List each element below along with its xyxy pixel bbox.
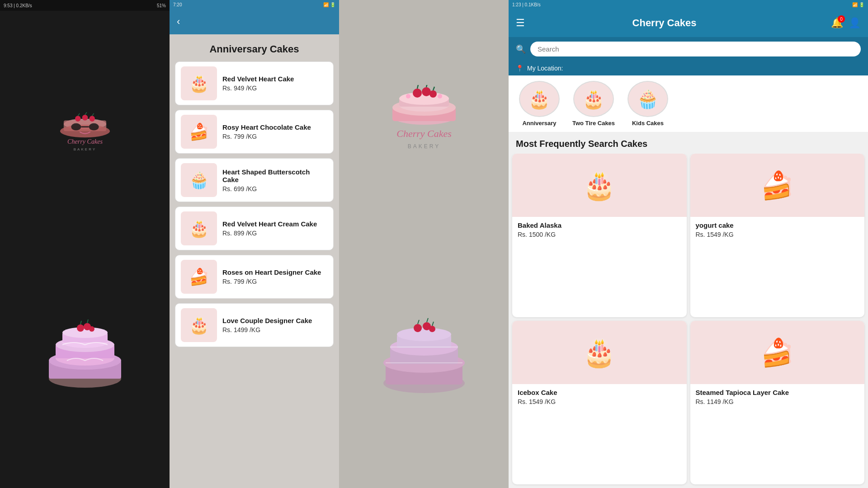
cake-thumbnail: 🎂 [181, 308, 217, 342]
cake-thumbnail: 🍰 [181, 260, 217, 294]
search-icon: 🔍 [516, 44, 526, 54]
category-item[interactable]: 🎂 Two Tire Cakes [566, 81, 621, 127]
svg-line-27 [87, 319, 88, 323]
product-price: Rs. 1549 /KG [518, 398, 681, 405]
anniversary-cakes-title: Anniversary Cakes [170, 34, 339, 61]
cake-info: Red Velvet Heart Cream Cake Rs. 899 /KG [222, 220, 328, 237]
cake-list-item[interactable]: 🎂 Red Velvet Heart Cream Cake Rs. 899 /K… [175, 206, 334, 250]
notif-badge: 0 [838, 15, 845, 23]
cake-list-item[interactable]: 🧁 Heart Shaped Butterscotch Cake Rs. 699… [175, 158, 334, 202]
svg-point-23 [77, 324, 84, 332]
cake-info: Roses on Heart Designer Cake Rs. 799 /KG [222, 268, 328, 285]
svg-text:BAKERY: BAKERY [407, 143, 440, 150]
category-label: Kids Cakes [632, 120, 664, 127]
category-item[interactable]: 🎂 Anniversary [512, 81, 566, 127]
cake-thumbnail: 🎂 [181, 66, 217, 100]
back-button[interactable]: ‹ [177, 16, 180, 28]
status-icons4: 📶 🔋 [852, 2, 864, 7]
cake-name: Red Velvet Heart Cake [222, 75, 328, 83]
product-name: Baked Alaska [518, 221, 681, 229]
svg-text:BAKERY: BAKERY [73, 147, 96, 151]
svg-line-6 [78, 113, 80, 116]
svg-point-41 [438, 94, 442, 99]
search-bar: 🔍 [509, 37, 868, 61]
list-header: ‹ [170, 9, 339, 34]
product-card[interactable]: 🍰 yogurt cake Rs. 1549 /KG [690, 154, 865, 317]
categories-row: 🎂 Anniversary 🎂 Two Tire Cakes 🧁 Kids Ca… [509, 75, 868, 132]
products-grid: 🎂 Baked Alaska Rs. 1500 /KG 🍰 yogurt cak… [509, 154, 868, 488]
user-icon[interactable]: 👤 [849, 17, 861, 29]
cake-info: Heart Shaped Butterscotch Cake Rs. 699 /… [222, 168, 328, 192]
bottom-cake-illustration [374, 311, 474, 403]
cake-price: Rs. 699 /KG [222, 185, 328, 192]
product-card[interactable]: 🎂 Icebox Cake Rs. 1549 /KG [512, 321, 687, 484]
svg-point-4 [82, 115, 88, 121]
svg-line-8 [92, 113, 94, 116]
cake-list: 🎂 Red Velvet Heart Cake Rs. 949 /KG 🍰 Ro… [170, 61, 339, 488]
product-card[interactable]: 🎂 Baked Alaska Rs. 1500 /KG [512, 154, 687, 317]
cake-info: Red Velvet Heart Cake Rs. 949 /KG [222, 75, 328, 92]
product-info: Steamed Tapioca Layer Cake Rs. 1149 /KG [690, 384, 865, 410]
cake-price: Rs. 1499 /KG [222, 326, 328, 333]
section-title: Most Frequently Search Cakes [509, 132, 868, 154]
cake-name: Roses on Heart Designer Cake [222, 268, 328, 276]
product-info: yogurt cake Rs. 1549 /KG [690, 217, 865, 243]
svg-line-39 [433, 87, 434, 90]
logo-container: Cherry Cakes BAKERY [49, 110, 121, 160]
category-thumb: 🎂 [573, 81, 614, 117]
svg-point-34 [413, 89, 422, 98]
cake-price: Rs. 949 /KG [222, 84, 328, 92]
cake-info: Rosy Heart Chocolate Cake Rs. 799 /KG [222, 123, 328, 140]
cake-list-item[interactable]: 🎂 Red Velvet Heart Cake Rs. 949 /KG [175, 61, 334, 105]
product-name: Steamed Tapioca Layer Cake [696, 389, 859, 396]
cake-name: Heart Shaped Butterscotch Cake [222, 168, 328, 183]
product-image: 🍰 [690, 321, 865, 384]
category-thumb: 🎂 [519, 81, 560, 117]
product-info: Icebox Cake Rs. 1549 /KG [512, 384, 687, 410]
cake-list-item[interactable]: 🎂 Love Couple Designer Cake Rs. 1499 /KG [175, 303, 334, 347]
cherry-cakes-app: 1:23 | 0.1KB/s 📶 🔋 ☰ Cherry Cakes 🔔 0 👤 … [509, 0, 868, 488]
cake-name: Rosy Heart Chocolate Cake [222, 123, 328, 131]
location-label: My Location: [527, 65, 563, 72]
search-input[interactable] [530, 42, 861, 56]
app-header: ☰ Cherry Cakes 🔔 0 👤 [509, 9, 868, 37]
svg-point-25 [89, 326, 94, 332]
category-item[interactable]: 🧁 Kids Cakes [621, 81, 675, 127]
svg-point-35 [422, 87, 431, 96]
cake-illustration [40, 306, 130, 397]
svg-line-55 [427, 318, 428, 322]
header-icons: 🔔 0 👤 [831, 17, 861, 29]
product-price: Rs. 1549 /KG [696, 231, 859, 238]
cake-name: Red Velvet Heart Cream Cake [222, 220, 328, 228]
svg-line-26 [80, 321, 81, 324]
logo-svg: Cherry Cakes BAKERY [49, 110, 121, 160]
cake-price: Rs. 799 /KG [222, 278, 328, 285]
svg-point-53 [429, 326, 435, 332]
product-name: Icebox Cake [518, 389, 681, 396]
status-time4: 1:23 | 0.1KB/s [512, 2, 541, 7]
product-image: 🎂 [512, 154, 687, 217]
notification-button[interactable]: 🔔 0 [831, 17, 843, 29]
status-time2: 7:20 [173, 2, 182, 7]
svg-text:Cherry Cakes: Cherry Cakes [67, 137, 103, 145]
svg-point-36 [429, 90, 437, 98]
status-time: 9:53 | 0.2KB/s [4, 3, 32, 8]
anniversary-cakes-panel: 7:20 📶 🔋 ‹ Anniversary Cakes 🎂 Red Velve… [170, 0, 339, 488]
cake-list-item[interactable]: 🍰 Roses on Heart Designer Cake Rs. 799 /… [175, 255, 334, 299]
cake-thumbnail: 🎂 [181, 211, 217, 245]
category-thumb: 🧁 [627, 81, 668, 117]
product-info: Baked Alaska Rs. 1500 /KG [512, 217, 687, 243]
svg-line-38 [426, 85, 427, 87]
location-bar: 📍 My Location: [509, 61, 868, 75]
cake-name: Love Couple Designer Cake [222, 317, 328, 324]
status-bar-panel1: 9:53 | 0.2KB/s 51% [0, 0, 170, 11]
menu-icon[interactable]: ☰ [516, 17, 525, 29]
cake-list-item[interactable]: 🍰 Rosy Heart Chocolate Cake Rs. 799 /KG [175, 110, 334, 154]
product-card[interactable]: 🍰 Steamed Tapioca Layer Cake Rs. 1149 /K… [690, 321, 865, 484]
app-title: Cherry Cakes [530, 17, 798, 29]
svg-line-54 [418, 320, 419, 324]
middle-decorative-panel: Cherry Cakes BAKERY [339, 0, 509, 488]
cake-thumbnail: 🍰 [181, 115, 217, 149]
svg-line-56 [432, 322, 434, 326]
status-battery: 51% [157, 3, 166, 8]
